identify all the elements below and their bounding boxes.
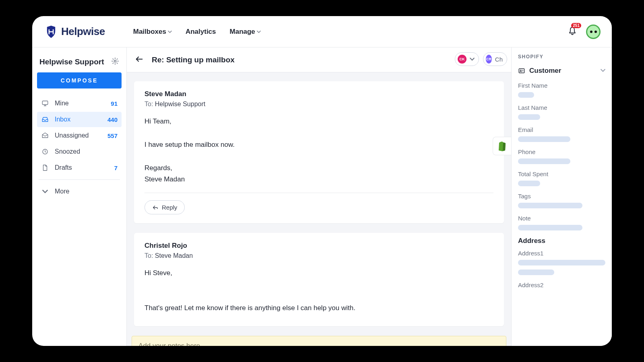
nav-manage[interactable]: Manage [230, 28, 261, 36]
message-card: Christel Rojo To: Steve Madan Hi Steve, … [134, 233, 504, 326]
field-label-email: Email [518, 126, 605, 133]
monitor-icon [41, 100, 49, 107]
field-label-address1: Address1 [518, 250, 605, 257]
skeleton-placeholder [518, 203, 582, 208]
customer-section-toggle[interactable]: Customer [518, 67, 605, 75]
skeleton-placeholder [518, 269, 554, 275]
arrow-left-icon [135, 55, 144, 64]
field-label-address2: Address2 [518, 282, 605, 288]
sidebar-item-snoozed[interactable]: Snoozed [37, 144, 122, 159]
to-value: Steve Madan [155, 252, 193, 259]
chevron-down-icon [41, 189, 49, 194]
customer-section-label: Customer [529, 67, 561, 75]
sidebar-item-label: More [55, 188, 118, 195]
assignee-chip-ck[interactable]: CK [455, 52, 479, 66]
message-body: Hi Steve, That's great! Let me know if t… [144, 267, 493, 314]
envelope-open-icon [41, 132, 49, 139]
message-to: To: Helpwise Support [144, 101, 493, 108]
skeleton-placeholder [518, 114, 540, 120]
message-card: Steve Madan To: Helpwise Support Hi Team… [134, 81, 504, 223]
chevron-down-icon [168, 30, 172, 34]
skeleton-placeholder [518, 225, 582, 230]
message-body: Hi Team, I have setup the mailbox now. R… [144, 116, 493, 185]
sidebar-item-more[interactable]: More [37, 184, 122, 199]
chip-avatar: CK [458, 55, 466, 64]
notes-placeholder: Add your notes here... [138, 342, 206, 346]
sidebar-item-label: Unassigned [55, 132, 107, 139]
avatar-face-icon [590, 31, 597, 33]
field-label-first-name: First Name [518, 82, 605, 89]
skeleton-placeholder [518, 260, 605, 265]
svg-point-0 [114, 60, 116, 62]
inbox-icon [41, 116, 49, 123]
id-card-icon [518, 67, 525, 74]
sidebar-item-label: Mine [55, 100, 111, 107]
sidebar-item-inbox[interactable]: Inbox 440 [37, 112, 122, 127]
file-icon [41, 164, 49, 171]
sidebar-item-drafts[interactable]: Drafts 7 [37, 160, 122, 175]
shopify-icon [497, 140, 508, 152]
sidebar-item-unassigned[interactable]: Unassigned 557 [37, 128, 122, 143]
message-to: To: Steve Madan [144, 252, 493, 259]
notifications-badge: 251 [571, 23, 581, 28]
assignee-chip-cr[interactable]: CR Ch [483, 52, 507, 66]
field-label-total-spent: Total Spent [518, 171, 605, 177]
nav-mailboxes[interactable]: Mailboxes [133, 28, 172, 36]
user-avatar[interactable] [586, 25, 601, 39]
back-button[interactable] [135, 55, 144, 65]
thread-subject: Re: Setting up mailbox [152, 56, 235, 64]
chevron-down-icon [470, 57, 475, 62]
to-value: Helpwise Support [155, 101, 205, 107]
divider [39, 179, 120, 180]
chevron-down-icon [257, 30, 261, 34]
field-label-last-name: Last Name [518, 104, 605, 111]
skeleton-placeholder [518, 136, 570, 142]
panel-title: SHOPIFY [518, 54, 605, 60]
chip-label: Ch [495, 56, 503, 63]
reply-label: Reply [162, 204, 177, 211]
skeleton-placeholder [518, 181, 540, 186]
mailbox-settings-button[interactable] [111, 57, 119, 67]
to-label: To: [144, 252, 153, 259]
sidebar-item-label: Inbox [55, 116, 107, 123]
svg-rect-3 [519, 69, 524, 73]
to-label: To: [144, 101, 153, 107]
message-from: Steve Madan [144, 90, 493, 98]
reply-button[interactable]: Reply [144, 200, 185, 214]
field-label-tags: Tags [518, 193, 605, 200]
reply-icon [152, 204, 159, 211]
nav-analytics-label: Analytics [186, 28, 216, 36]
shopify-side-tab[interactable] [493, 137, 511, 155]
nav-mailboxes-label: Mailboxes [133, 28, 166, 36]
notifications-button[interactable]: 251 [568, 26, 577, 37]
chip-avatar: CR [486, 55, 492, 64]
divider [144, 193, 493, 193]
helpwise-logo-icon [44, 25, 58, 39]
skeleton-placeholder [518, 158, 570, 164]
clock-icon [41, 148, 49, 155]
field-label-phone: Phone [518, 148, 605, 155]
sidebar-item-count: 7 [114, 165, 118, 171]
sidebar-item-label: Snoozed [55, 148, 118, 155]
sidebar-item-count: 91 [111, 100, 118, 107]
brand-logo[interactable]: Helpwise [44, 25, 105, 39]
svg-point-4 [520, 70, 521, 71]
sidebar-item-count: 557 [107, 132, 118, 139]
notes-input[interactable]: Add your notes here... [132, 336, 506, 346]
sidebar-item-label: Drafts [55, 164, 114, 171]
sidebar-item-mine[interactable]: Mine 91 [37, 96, 122, 111]
gear-icon [111, 57, 119, 65]
message-from: Christel Rojo [144, 242, 493, 250]
skeleton-placeholder [518, 92, 534, 98]
nav-manage-label: Manage [230, 28, 255, 36]
sidebar-item-count: 440 [107, 116, 118, 123]
brand-name: Helpwise [61, 25, 105, 38]
chevron-down-icon [601, 67, 605, 75]
mailbox-title: Helpwise Support [39, 58, 104, 66]
compose-button[interactable]: COMPOSE [37, 72, 122, 88]
field-label-note: Note [518, 215, 605, 222]
svg-rect-1 [42, 101, 48, 105]
address-section-title: Address [518, 237, 605, 245]
nav-analytics[interactable]: Analytics [186, 28, 216, 36]
